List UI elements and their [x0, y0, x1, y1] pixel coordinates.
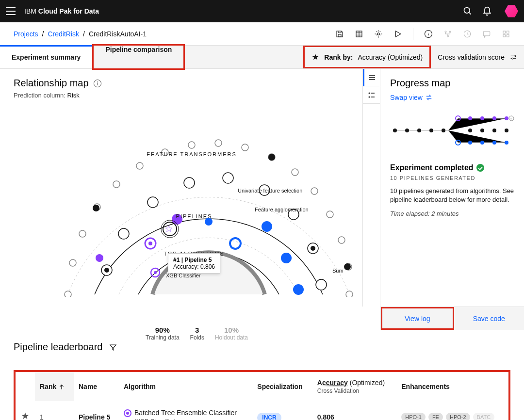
data-icon[interactable] [355, 30, 363, 38]
svg-point-7 [447, 35, 449, 37]
svg-point-52 [96, 254, 103, 262]
svg-point-68 [368, 92, 370, 94]
folds-stat: 3Folds [190, 326, 204, 341]
save-code-button[interactable]: Save code [454, 307, 524, 330]
svg-point-20 [136, 162, 143, 169]
svg-point-16 [69, 259, 76, 266]
star-icon [311, 53, 319, 61]
app-switcher-icon[interactable] [505, 4, 518, 18]
svg-rect-9 [503, 31, 506, 33]
svg-point-71 [405, 129, 409, 132]
svg-point-32 [93, 205, 99, 211]
svg-point-73 [429, 129, 433, 132]
svg-point-17 [79, 230, 86, 237]
leaderboard-title: Pipeline leaderboard [14, 341, 102, 353]
breadcrumb-creditrisk[interactable]: CreditRisk [48, 30, 79, 38]
view-toggle-map[interactable] [363, 69, 380, 86]
svg-point-5 [445, 31, 446, 32]
cell-specialization: INCR [252, 401, 312, 420]
svg-point-48 [262, 221, 272, 232]
relationship-map-title: Relationship map [14, 78, 89, 89]
svg-text:FEATURE TRANSFORMERS: FEATURE TRANSFORMERS [147, 151, 237, 157]
training-data-stat: 90%Training data [146, 326, 180, 341]
leaderboard-table: Rank Name Algorithm Specialization Accur… [16, 372, 508, 420]
col-specialization[interactable]: Specialization [252, 372, 312, 401]
tab-pipeline-comparison[interactable]: Pipeline comparison [94, 46, 183, 53]
rank-by-label: Rank by: [324, 53, 353, 61]
cell-accuracy: 0.806 [312, 401, 396, 420]
svg-point-29 [338, 237, 345, 243]
svg-point-38 [184, 178, 195, 188]
svg-text:Sum: Sum [332, 268, 344, 274]
col-name[interactable]: Name [74, 372, 119, 401]
cell-enhancements: HPO-1 FE HPO-2 BATC [396, 401, 508, 420]
col-accuracy[interactable]: Accuracy (Optimized)Cross Validation [312, 372, 396, 401]
svg-point-49 [281, 253, 292, 263]
svg-point-24 [242, 144, 248, 151]
settings-icon[interactable] [374, 30, 383, 38]
favorite-star-icon[interactable] [21, 412, 30, 420]
chat-icon[interactable] [482, 30, 491, 38]
notification-icon[interactable] [482, 6, 492, 16]
tab-experiment-summary[interactable]: Experiment summary [0, 46, 92, 68]
time-elapsed: Time elapsed: 2 minutes [390, 210, 514, 217]
svg-point-74 [442, 129, 445, 132]
flow-icon[interactable] [443, 30, 452, 38]
col-enhancements[interactable]: Enhancements [396, 372, 508, 401]
svg-point-26 [292, 169, 298, 176]
run-icon[interactable] [393, 30, 402, 38]
svg-point-28 [327, 211, 333, 218]
search-icon[interactable] [463, 6, 473, 16]
svg-point-77 [480, 116, 484, 120]
svg-point-83 [468, 141, 472, 145]
menu-icon[interactable] [6, 7, 16, 15]
col-algorithm[interactable]: Algorithm [119, 372, 252, 401]
svg-text:PIPELINES: PIPELINES [176, 213, 213, 219]
view-log-button[interactable]: View log [382, 308, 453, 328]
svg-point-43 [316, 279, 327, 290]
col-rank[interactable]: Rank [35, 372, 74, 401]
svg-point-37 [147, 197, 158, 208]
svg-text:Univariate feature selection: Univariate feature selection [238, 188, 302, 194]
experiment-complete-label: Experiment completed [390, 163, 474, 172]
pipelines-generated-label: 10 PIPELINES GENERATED [390, 175, 514, 181]
rank-by-selector[interactable]: Rank by: Accuracy (Optimized) [303, 46, 431, 68]
svg-point-13 [515, 55, 516, 57]
save-icon[interactable] [335, 30, 344, 38]
svg-point-39 [223, 173, 233, 183]
info-icon[interactable] [424, 30, 433, 38]
svg-point-31 [346, 291, 353, 297]
svg-text:×: × [510, 116, 512, 121]
svg-point-36 [118, 228, 129, 239]
swap-view-link[interactable]: Swap view [390, 94, 514, 101]
view-toggle-tree[interactable] [363, 86, 380, 104]
svg-point-19 [113, 181, 120, 188]
cross-validation-score[interactable]: Cross validation score [431, 46, 524, 68]
algorithm-icon [124, 409, 131, 417]
svg-point-78 [492, 116, 496, 120]
filter-icon[interactable] [109, 343, 117, 351]
cell-rank: 1 [35, 401, 74, 420]
info-icon[interactable]: i [94, 80, 101, 87]
table-row[interactable]: 1 Pipeline 5 Batched Tree Ensemble Class… [16, 401, 508, 420]
holdout-stat: 10%Holdout data [215, 326, 248, 341]
svg-point-23 [215, 140, 222, 146]
svg-point-3 [377, 32, 380, 35]
grid-icon[interactable] [502, 30, 510, 38]
svg-point-76 [468, 116, 472, 120]
breadcrumb-current: CreditRiskAutoAI-1 [89, 30, 147, 38]
history-icon[interactable] [463, 30, 472, 38]
svg-point-54 [148, 242, 152, 245]
svg-point-89 [492, 129, 496, 132]
breadcrumb-projects[interactable]: Projects [14, 30, 38, 38]
svg-rect-11 [503, 34, 506, 37]
svg-point-44 [104, 268, 109, 273]
svg-text:Feature agglomeration: Feature agglomeration [255, 207, 309, 212]
svg-point-22 [188, 142, 195, 148]
svg-point-59 [154, 271, 157, 274]
svg-point-69 [368, 96, 370, 97]
svg-rect-8 [483, 31, 490, 35]
svg-point-47 [230, 238, 241, 249]
svg-point-72 [417, 129, 421, 132]
svg-point-84 [480, 141, 484, 145]
